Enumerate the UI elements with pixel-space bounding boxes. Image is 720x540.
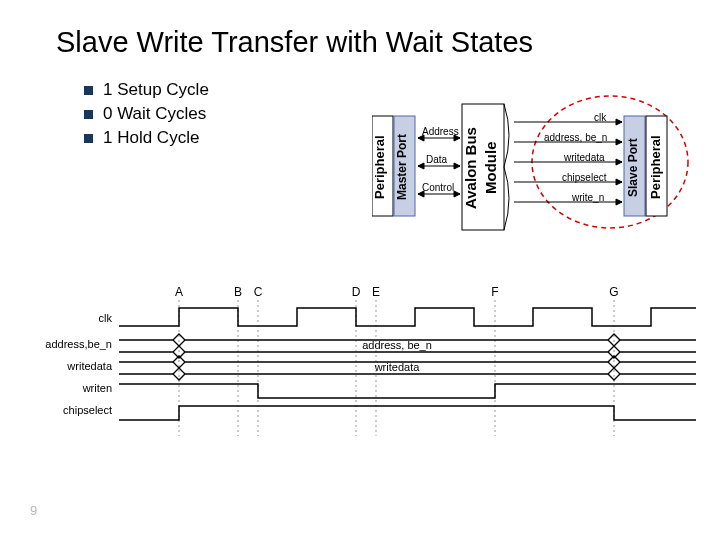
- mp-signal-address: Address: [422, 126, 459, 137]
- peripheral-right-label: Peripheral: [648, 132, 663, 202]
- marker-F: F: [491, 285, 498, 299]
- marker-C: C: [254, 285, 263, 299]
- sp-signal-chipselect: chipselect: [562, 172, 606, 183]
- svg-marker-8: [454, 163, 460, 169]
- list-item: 1 Setup Cycle: [84, 80, 209, 100]
- peripheral-left-label: Peripheral: [372, 132, 387, 202]
- svg-marker-24: [616, 199, 622, 205]
- row-label-addr: address,be_n: [45, 338, 112, 350]
- module-label: Module: [482, 128, 499, 208]
- marker-E: E: [372, 285, 380, 299]
- master-port-label: Master Port: [395, 128, 409, 206]
- avalon-bus-label: Avalon Bus: [462, 116, 479, 220]
- writedata-mid-label: writedata: [374, 361, 421, 373]
- addr-mid-label: address, be_n: [362, 339, 432, 351]
- row-label-clk: clk: [99, 312, 113, 324]
- list-item: 1 Hold Cycle: [84, 128, 209, 148]
- bullet-text: 1 Setup Cycle: [103, 80, 209, 100]
- svg-marker-18: [616, 139, 622, 145]
- list-item: 0 Wait Cycles: [84, 104, 209, 124]
- slave-port-label: Slave Port: [626, 130, 640, 206]
- bullet-text: 0 Wait Cycles: [103, 104, 206, 124]
- mp-signal-control: Control: [422, 182, 454, 193]
- marker-D: D: [352, 285, 361, 299]
- page-title: Slave Write Transfer with Wait States: [56, 26, 533, 59]
- sp-signal-clk: clk: [594, 112, 606, 123]
- marker-B: B: [234, 285, 242, 299]
- svg-marker-11: [454, 191, 460, 197]
- bullet-text: 1 Hold Cycle: [103, 128, 199, 148]
- page-number: 9: [30, 503, 37, 518]
- row-label-chipselect: chipselect: [63, 404, 112, 416]
- svg-marker-16: [616, 119, 622, 125]
- marker-A: A: [175, 285, 183, 299]
- bus-module-diagram: Peripheral Master Port Avalon Bus Module…: [372, 86, 690, 242]
- sp-signal-writen: write_n: [572, 192, 604, 203]
- sp-signal-writedata: writedata: [564, 152, 605, 163]
- svg-marker-22: [616, 179, 622, 185]
- sp-signal-address: address, be_n: [544, 132, 607, 143]
- timing-diagram: A B C D E F G clk address,be_n writedata…: [24, 284, 696, 444]
- marker-G: G: [609, 285, 618, 299]
- svg-marker-7: [418, 163, 424, 169]
- row-label-writedata: writedata: [66, 360, 113, 372]
- svg-marker-20: [616, 159, 622, 165]
- mp-signal-data: Data: [426, 154, 447, 165]
- row-label-writen: writen: [82, 382, 112, 394]
- bullet-list: 1 Setup Cycle 0 Wait Cycles 1 Hold Cycle: [84, 80, 209, 152]
